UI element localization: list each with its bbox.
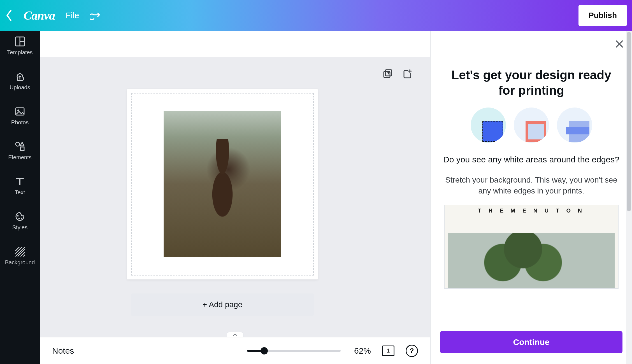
- footer-bar: Notes 62% 1 ?: [40, 337, 430, 364]
- sidebar-item-label: Text: [15, 189, 25, 196]
- sidebar-item-background[interactable]: Background: [5, 246, 35, 266]
- sidebar-item-label: Elements: [8, 154, 31, 161]
- topbar-right: Publish: [578, 5, 627, 26]
- svg-point-4: [17, 109, 19, 111]
- scrollbar-thumb[interactable]: [627, 32, 631, 211]
- print-example-image: T H E M E N U T O N: [444, 205, 619, 289]
- page-panel-handle[interactable]: [227, 332, 243, 337]
- zoom-thumb[interactable]: [261, 347, 268, 354]
- styles-icon: [14, 211, 25, 222]
- duplicate-page-icon[interactable]: [383, 69, 393, 79]
- dog-subject: [197, 139, 248, 240]
- main: Templates Uploads Photos Elements Text S…: [0, 31, 632, 364]
- example-caption: T H E M E N U T O N: [445, 207, 618, 214]
- page-count-button[interactable]: 1: [382, 346, 394, 356]
- sidebar-item-label: Styles: [12, 224, 27, 231]
- canvas-tools: [383, 69, 412, 79]
- context-toolbar: [40, 31, 430, 57]
- sidebar-item-elements[interactable]: Elements: [8, 141, 31, 161]
- svg-rect-10: [384, 71, 390, 78]
- uploads-icon: [14, 71, 25, 82]
- sidebar-item-templates[interactable]: Templates: [7, 36, 32, 56]
- work-column: + Add page Notes 62% 1 ?: [40, 31, 430, 364]
- sidebar-item-label: Templates: [7, 49, 32, 56]
- photos-icon: [14, 106, 25, 117]
- svg-point-8: [18, 218, 20, 219]
- zoom-slider[interactable]: [247, 350, 341, 352]
- print-panel-question: Do you see any white areas around the ed…: [442, 154, 620, 165]
- add-page-button[interactable]: + Add page: [131, 293, 314, 316]
- print-panel: Let's get your design ready for printing…: [430, 31, 632, 364]
- sidebar-item-photos[interactable]: Photos: [11, 106, 29, 126]
- file-menu[interactable]: File: [66, 11, 79, 20]
- text-icon: [14, 176, 25, 187]
- top-bar: Canva File Publish: [0, 0, 632, 31]
- zoom-control: 62%: [247, 346, 371, 356]
- continue-button[interactable]: Continue: [440, 331, 622, 353]
- background-icon: [14, 246, 25, 257]
- topbar-left: Canva File: [5, 8, 101, 23]
- svg-point-7: [17, 215, 19, 217]
- notes-button[interactable]: Notes: [52, 346, 74, 356]
- undo-icon[interactable]: [90, 9, 101, 22]
- sidebar: Templates Uploads Photos Elements Text S…: [0, 31, 40, 364]
- print-panel-footer: Continue: [431, 323, 632, 364]
- sidebar-item-styles[interactable]: Styles: [12, 211, 27, 231]
- print-step-3-icon: [557, 108, 592, 143]
- publish-button[interactable]: Publish: [578, 5, 627, 26]
- print-step-1-icon: [471, 108, 506, 143]
- help-button[interactable]: ?: [406, 345, 418, 357]
- sidebar-item-label: Background: [5, 259, 35, 266]
- canva-logo[interactable]: Canva: [24, 8, 55, 23]
- sidebar-item-label: Photos: [11, 119, 29, 126]
- svg-point-9: [21, 218, 22, 219]
- print-panel-description: Stretch your background. This way, you w…: [442, 174, 620, 196]
- svg-rect-6: [20, 147, 24, 151]
- sidebar-item-uploads[interactable]: Uploads: [10, 71, 30, 91]
- canvas-area[interactable]: + Add page: [40, 57, 430, 337]
- svg-point-5: [16, 142, 20, 146]
- zoom-label: 62%: [354, 346, 371, 356]
- sidebar-item-text[interactable]: Text: [14, 176, 25, 196]
- design-page[interactable]: [127, 89, 318, 279]
- print-panel-body: Let's get your design ready for printing…: [431, 57, 632, 323]
- print-panel-title: Let's get your design ready for printing: [442, 67, 620, 98]
- elements-icon: [14, 141, 25, 152]
- back-icon[interactable]: [5, 9, 13, 22]
- sidebar-item-label: Uploads: [10, 84, 30, 91]
- add-page-icon[interactable]: [402, 69, 412, 79]
- print-step-2-icon: [514, 108, 549, 143]
- design-photo[interactable]: [164, 111, 281, 257]
- scrollbar[interactable]: [626, 31, 632, 364]
- templates-icon: [14, 36, 25, 47]
- print-panel-header: [431, 31, 632, 57]
- close-icon[interactable]: [615, 39, 624, 49]
- print-step-icons: [442, 108, 620, 143]
